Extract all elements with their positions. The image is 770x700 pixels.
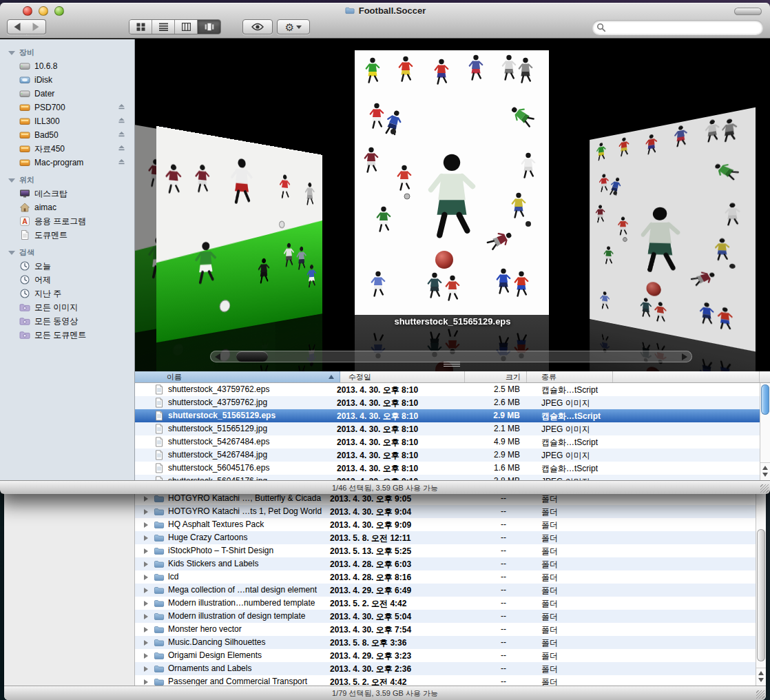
- disclosure-triangle-icon[interactable]: [144, 496, 148, 502]
- file-list-vertical-scrollbar[interactable]: [760, 383, 770, 480]
- disclosure-triangle-icon[interactable]: [144, 614, 148, 619]
- sidebar-item[interactable]: 지난 주: [0, 287, 134, 300]
- coverflow-cover-selected[interactable]: [355, 50, 549, 315]
- coverflow-cover-left[interactable]: [156, 126, 322, 342]
- eject-button[interactable]: [117, 143, 126, 154]
- disclosure-triangle-icon[interactable]: [144, 601, 148, 606]
- resize-grip-icon[interactable]: [760, 484, 769, 493]
- table-row[interactable]: Modern illustration of design template20…: [135, 610, 756, 623]
- disclosure-triangle-icon[interactable]: [144, 509, 148, 515]
- sidebar-item[interactable]: Bad50: [0, 128, 134, 142]
- table-row[interactable]: Huge Crazy Cartoons2013. 5. 8. 오전 12:11-…: [135, 531, 756, 544]
- disclosure-triangle-icon[interactable]: [8, 178, 15, 183]
- sidebar-item[interactable]: aimac: [0, 200, 134, 214]
- table-row[interactable]: shutterstock_56045176.eps2013. 4. 30. 오후…: [135, 462, 760, 475]
- column-header-date[interactable]: 수정일: [340, 371, 465, 382]
- table-row[interactable]: Modern illustration…numbered template201…: [135, 597, 756, 610]
- table-row[interactable]: Passenger and Commercial Transport2013. …: [135, 675, 756, 686]
- sidebar-item[interactable]: 모든 이미지: [0, 300, 134, 314]
- disclosure-triangle-icon[interactable]: [144, 679, 148, 685]
- sidebar-item[interactable]: 어제: [0, 273, 134, 287]
- coverflow-scrollbar-thumb[interactable]: [236, 351, 268, 362]
- disclosure-triangle-icon[interactable]: [8, 251, 15, 255]
- view-icon-button[interactable]: [129, 20, 152, 34]
- table-row[interactable]: Monster hero vector2013. 4. 30. 오후 7:54-…: [135, 623, 756, 636]
- table-row[interactable]: shutterstock_43759762.jpg2013. 4. 30. 오후…: [135, 396, 760, 409]
- scrollbar-thumb[interactable]: [761, 384, 769, 415]
- table-row[interactable]: shutterstock_51565129.eps2013. 4. 30. 오후…: [135, 409, 760, 422]
- sidebar-item[interactable]: 데스크탑: [0, 187, 134, 200]
- sidebar-item[interactable]: 모든 동영상: [0, 314, 134, 328]
- coverflow-scrollbar[interactable]: [210, 351, 692, 362]
- sidebar-section-header[interactable]: 장비: [8, 48, 134, 58]
- view-column-button[interactable]: [175, 20, 198, 34]
- sidebar-item[interactable]: Mac-program: [0, 156, 134, 169]
- table-row[interactable]: shutterstock_54267484.jpg2013. 4. 30. 오후…: [135, 449, 760, 462]
- view-list-button[interactable]: [152, 20, 175, 34]
- column-header-kind[interactable]: 종류: [527, 371, 613, 382]
- sidebar-section-header[interactable]: 위치: [8, 175, 134, 185]
- sidebar-item[interactable]: 오늘: [0, 259, 134, 273]
- scrollbar-arrows[interactable]: [760, 462, 770, 480]
- scroll-up-icon[interactable]: [762, 466, 768, 470]
- table-row[interactable]: shutterstock_54267484.eps2013. 4. 30. 오후…: [135, 435, 760, 449]
- sidebar-item[interactable]: 모든 도큐멘트: [0, 328, 134, 342]
- table-row[interactable]: Mega collection of …ntal design element2…: [135, 584, 756, 597]
- search-input[interactable]: [609, 22, 763, 33]
- table-row[interactable]: Ornaments and Labels2013. 4. 30. 오후 2:36…: [135, 662, 756, 675]
- disclosure-triangle-icon[interactable]: [144, 588, 148, 593]
- table-row[interactable]: shutterstock_51565129.jpg2013. 4. 30. 오후…: [135, 422, 760, 435]
- sidebar-item[interactable]: 도큐멘트: [0, 228, 134, 242]
- quick-look-button[interactable]: [242, 19, 273, 34]
- column-header-name[interactable]: 이름: [135, 371, 340, 382]
- table-row[interactable]: HOTGYRO Katachi …ts 1, Pet Dog World2013…: [135, 505, 756, 518]
- scroll-down-icon[interactable]: [762, 473, 768, 477]
- view-coverflow-button[interactable]: [198, 20, 220, 34]
- table-row[interactable]: shutterstock_56045176.jpg2013. 4. 30. 오후…: [135, 475, 760, 480]
- scroll-down-icon[interactable]: [758, 678, 764, 682]
- disclosure-triangle-icon[interactable]: [144, 653, 148, 659]
- table-row[interactable]: lcd2013. 4. 28. 오후 8:16--폴더: [135, 570, 756, 584]
- sidebar-item[interactable]: 자료450: [0, 142, 134, 156]
- back-button[interactable]: [7, 19, 27, 34]
- sidebar-item[interactable]: 응용 프로그램: [0, 214, 134, 228]
- sidebar-item[interactable]: iDisk: [0, 73, 134, 87]
- table-row[interactable]: Kids Stickers and Labels2013. 4. 28. 오후 …: [135, 557, 756, 570]
- scrollbar-thumb[interactable]: [757, 529, 765, 661]
- scrollbar-arrows[interactable]: [756, 668, 766, 686]
- toolbar-toggle-button[interactable]: [734, 8, 762, 15]
- table-row[interactable]: shutterstock_43759762.eps2013. 4. 30. 오후…: [135, 383, 760, 396]
- eject-button[interactable]: [117, 116, 126, 127]
- sidebar-item[interactable]: ILL300: [0, 114, 134, 128]
- table-row[interactable]: Origami Design Elements2013. 4. 29. 오후 3…: [135, 649, 756, 662]
- coverflow-scroll-right-icon[interactable]: [682, 353, 687, 360]
- sidebar-section-header[interactable]: 검색: [8, 247, 134, 258]
- forward-button[interactable]: [26, 19, 46, 34]
- disclosure-triangle-icon[interactable]: [144, 522, 148, 528]
- eject-button[interactable]: [117, 130, 126, 141]
- coverflow-cover-right[interactable]: [590, 107, 756, 352]
- disclosure-triangle-icon[interactable]: [144, 640, 148, 646]
- search-field[interactable]: [592, 20, 763, 34]
- scroll-up-icon[interactable]: [758, 671, 764, 675]
- disclosure-triangle-icon[interactable]: [144, 535, 148, 541]
- table-row[interactable]: iStockPhoto – T-Shirt Design2013. 5. 13.…: [135, 544, 756, 557]
- disclosure-triangle-icon[interactable]: [144, 666, 148, 672]
- resize-grip-icon[interactable]: [756, 690, 764, 699]
- eject-button[interactable]: [117, 102, 126, 113]
- sidebar-item[interactable]: Dater: [0, 87, 134, 101]
- eject-button[interactable]: [117, 157, 126, 168]
- table-row[interactable]: HQ Asphalt Textures Pack2013. 4. 30. 오후 …: [135, 518, 756, 531]
- disclosure-triangle-icon[interactable]: [8, 51, 15, 55]
- column-header-size[interactable]: 크기: [465, 371, 527, 382]
- disclosure-triangle-icon[interactable]: [144, 548, 148, 554]
- disclosure-triangle-icon[interactable]: [144, 575, 148, 580]
- action-menu-button[interactable]: ⚙: [277, 19, 310, 34]
- sidebar-item[interactable]: 10.6.8: [0, 59, 134, 73]
- coverflow-scroll-left-icon[interactable]: [215, 353, 220, 360]
- table-row[interactable]: Music.Dancing Silhouettes2013. 5. 8. 오후 …: [135, 636, 756, 649]
- disclosure-triangle-icon[interactable]: [144, 627, 148, 632]
- sidebar-item[interactable]: PSD700: [0, 101, 134, 114]
- disclosure-triangle-icon[interactable]: [144, 562, 148, 567]
- finder-window[interactable]: Football.Soccer ⚙ 장비10.6.8iDisk: [0, 3, 770, 494]
